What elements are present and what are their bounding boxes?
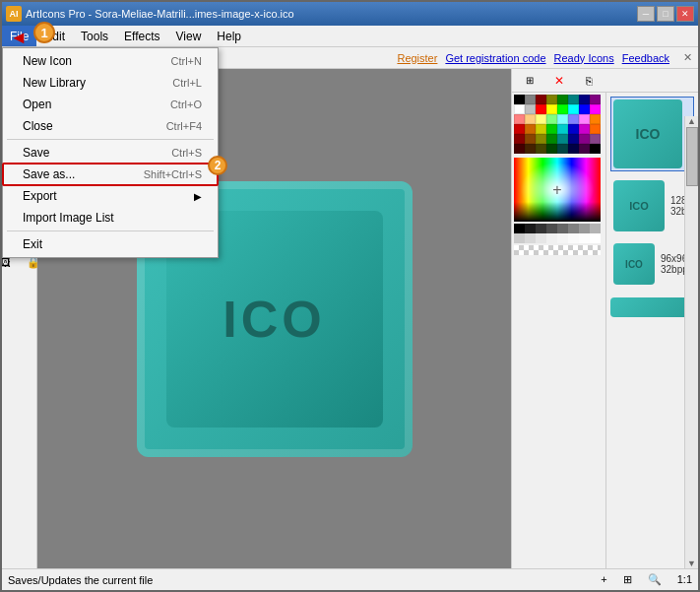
- color-darknavy[interactable]: [568, 134, 579, 144]
- status-coord-icon: +: [601, 573, 606, 586]
- color-peach[interactable]: [525, 114, 536, 124]
- menu-export[interactable]: Export ▶: [3, 185, 218, 207]
- gray-10[interactable]: [536, 233, 546, 243]
- color-darkgray[interactable]: [525, 95, 536, 104]
- color-vdarkyellow[interactable]: [536, 144, 546, 154]
- color-red[interactable]: [536, 104, 546, 114]
- color-sienna[interactable]: [525, 134, 536, 144]
- color-medgreen[interactable]: [546, 124, 557, 134]
- gray-9[interactable]: [525, 233, 536, 243]
- scroll-thumb[interactable]: [686, 127, 698, 186]
- menu-import-image-list[interactable]: Import Image List: [3, 207, 218, 229]
- color-lightgray[interactable]: [525, 104, 536, 114]
- color-maroon[interactable]: [514, 134, 525, 144]
- color-black[interactable]: [514, 95, 525, 104]
- color-vdarkgreen[interactable]: [546, 144, 557, 154]
- copy-size-button[interactable]: ⎘: [575, 70, 603, 92]
- gray-5[interactable]: [568, 224, 579, 233]
- menu-new-icon-shortcut: Ctrl+N: [171, 55, 202, 67]
- color-medmagenta[interactable]: [579, 124, 590, 134]
- close-reg-bar-button[interactable]: ✕: [683, 51, 692, 64]
- color-vdarkpurple[interactable]: [579, 144, 590, 154]
- color-forest[interactable]: [546, 134, 557, 144]
- menu-view[interactable]: View: [168, 26, 210, 46]
- color-vdarkteal[interactable]: [557, 144, 568, 154]
- maximize-button[interactable]: □: [657, 6, 674, 22]
- menu-close[interactable]: Close Ctrl+F4: [3, 115, 218, 137]
- color-white[interactable]: [514, 104, 525, 114]
- color-medblue[interactable]: [568, 124, 579, 134]
- icon-entry-96[interactable]: ICO 96x96 32bpp: [610, 240, 694, 288]
- menu-exit[interactable]: Exit: [3, 233, 218, 255]
- color-magenta[interactable]: [590, 104, 601, 114]
- icon-entry-partial[interactable]: [610, 297, 694, 317]
- color-medcyan[interactable]: [557, 124, 568, 134]
- menu-save[interactable]: Save Ctrl+S: [3, 142, 218, 164]
- scroll-down-button[interactable]: ▼: [685, 559, 698, 568]
- gray-4[interactable]: [557, 224, 568, 233]
- color-orange[interactable]: [590, 114, 601, 124]
- minimize-button[interactable]: ─: [637, 6, 655, 22]
- color-plum[interactable]: [590, 134, 601, 144]
- gray-14[interactable]: [579, 233, 590, 243]
- color-lightgreen[interactable]: [546, 114, 557, 124]
- gray-15[interactable]: [590, 233, 601, 243]
- color-lightred[interactable]: [514, 114, 525, 124]
- menu-save-as[interactable]: Save as... Shift+Ctrl+S 2: [3, 164, 218, 185]
- feedback-link[interactable]: Feedback: [622, 52, 669, 64]
- color-lightblue[interactable]: [568, 114, 579, 124]
- color-olive[interactable]: [546, 95, 557, 104]
- color-brown[interactable]: [525, 124, 536, 134]
- gray-7[interactable]: [590, 224, 601, 233]
- menu-new-library[interactable]: New Library Ctrl+L: [3, 72, 218, 94]
- color-darkpurple[interactable]: [579, 134, 590, 144]
- icon-entry-256[interactable]: ICO 256x256 32bpp packed: [610, 97, 694, 171]
- color-lightmagenta[interactable]: [579, 114, 590, 124]
- icon-entry-128[interactable]: ICO 128x128 32bpp: [610, 177, 694, 234]
- color-lime[interactable]: [557, 104, 568, 114]
- color-purple[interactable]: [590, 95, 601, 104]
- color-darkorange[interactable]: [590, 124, 601, 134]
- color-darkteal[interactable]: [557, 134, 568, 144]
- color-teal[interactable]: [568, 95, 579, 104]
- color-navy[interactable]: [579, 95, 590, 104]
- color-yellow[interactable]: [546, 104, 557, 114]
- gray-3[interactable]: [546, 224, 557, 233]
- menu-effects[interactable]: Effects: [116, 26, 167, 46]
- gray-2[interactable]: [536, 224, 546, 233]
- color-black2[interactable]: [590, 144, 601, 154]
- color-blue[interactable]: [579, 104, 590, 114]
- color-darkred[interactable]: [536, 95, 546, 104]
- gray-1[interactable]: [525, 224, 536, 233]
- menu-help[interactable]: Help: [209, 26, 249, 46]
- color-darkyellow[interactable]: [536, 124, 546, 134]
- gray-11[interactable]: [546, 233, 557, 243]
- get-code-link[interactable]: Get registration code: [445, 52, 545, 64]
- color-lightyellow[interactable]: [536, 114, 546, 124]
- icons-scrollbar[interactable]: ▲ ▼: [684, 116, 698, 568]
- color-vdarkred[interactable]: [514, 144, 525, 154]
- color-darkred2[interactable]: [514, 124, 525, 134]
- gray-12[interactable]: [557, 233, 568, 243]
- color-darkolive[interactable]: [536, 134, 546, 144]
- color-cyan[interactable]: [568, 104, 579, 114]
- close-button[interactable]: ✕: [676, 6, 694, 22]
- gray-8[interactable]: [514, 233, 525, 243]
- color-vdarkbrown[interactable]: [525, 144, 536, 154]
- new-size-button[interactable]: ⊞: [516, 70, 543, 92]
- gray-0[interactable]: [514, 224, 525, 233]
- gray-6[interactable]: [579, 224, 590, 233]
- register-link[interactable]: Register: [397, 52, 437, 64]
- menu-new-icon[interactable]: New Icon Ctrl+N: [3, 50, 218, 72]
- menu-tools[interactable]: Tools: [73, 26, 116, 46]
- color-darkgreen[interactable]: [557, 95, 568, 104]
- color-vdarknavy[interactable]: [568, 144, 579, 154]
- gradient-picker[interactable]: +: [514, 158, 604, 222]
- transparency-swatch[interactable]: [514, 245, 601, 255]
- color-lightcyan[interactable]: [557, 114, 568, 124]
- ready-icons-link[interactable]: Ready Icons: [554, 52, 614, 64]
- gray-13[interactable]: [568, 233, 579, 243]
- menu-open[interactable]: Open Ctrl+O: [3, 94, 218, 115]
- scroll-up-button[interactable]: ▲: [685, 116, 698, 126]
- delete-size-button[interactable]: ✕: [545, 70, 573, 92]
